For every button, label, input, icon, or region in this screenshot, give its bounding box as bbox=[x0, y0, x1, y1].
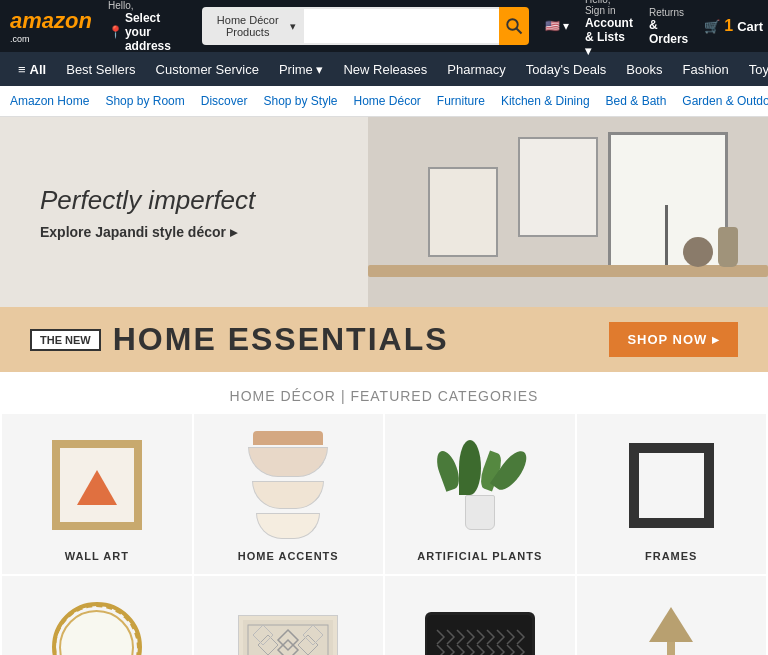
category-frames[interactable]: FRAMES bbox=[577, 414, 767, 574]
cart-count: 1 bbox=[724, 17, 733, 35]
accent-bowl-2 bbox=[252, 481, 324, 509]
flag-section[interactable]: 🇺🇸 ▾ bbox=[545, 19, 569, 33]
logo[interactable]: amazon.com bbox=[10, 8, 92, 44]
returns-main: & Orders bbox=[649, 18, 688, 46]
hero-frame-small-2 bbox=[428, 167, 498, 257]
accent-bowl-1 bbox=[248, 447, 328, 477]
hero-frame-small-1 bbox=[518, 137, 598, 237]
account-section[interactable]: Hello, Sign in Account & Lists ▾ bbox=[585, 0, 633, 58]
location-hello: Hello, bbox=[108, 0, 188, 11]
featured-title: HOME DÉCOR bbox=[230, 388, 336, 404]
category-artificial-plants[interactable]: ARTIFICIAL PLANTS bbox=[385, 414, 575, 574]
category-label-wall-art: WALL ART bbox=[65, 550, 129, 562]
top-nav: amazon.com Hello, 📍 Select your address … bbox=[0, 0, 768, 52]
logo-domain: .com bbox=[10, 34, 92, 44]
returns-section[interactable]: Returns & Orders bbox=[649, 7, 688, 46]
flag-icon: 🇺🇸 bbox=[545, 19, 560, 33]
accents-stack bbox=[248, 431, 328, 539]
mirror-ring bbox=[54, 605, 139, 656]
category-label-plants: ARTIFICIAL PLANTS bbox=[417, 550, 542, 562]
pillows-image bbox=[420, 592, 540, 655]
shop-now-button[interactable]: SHOP NOW ▸ bbox=[609, 322, 738, 357]
breadcrumb-discover[interactable]: Discover bbox=[193, 92, 256, 110]
search-button[interactable] bbox=[499, 7, 529, 45]
category-rugs[interactable]: RUGS bbox=[194, 576, 384, 655]
wall-art-frame bbox=[52, 440, 142, 530]
hero-subtitle[interactable]: Explore Japandi style décor ▸ bbox=[40, 224, 328, 240]
breadcrumb-furniture[interactable]: Furniture bbox=[429, 92, 493, 110]
wall-art-inner bbox=[72, 460, 122, 510]
rugs-image bbox=[228, 592, 348, 655]
plant-leaves bbox=[439, 440, 521, 495]
nav-new-releases[interactable]: New Releases bbox=[335, 56, 435, 83]
banner-title: HOME ESSENTIALS bbox=[113, 321, 449, 358]
search-input[interactable] bbox=[304, 7, 499, 45]
rug-pattern-svg bbox=[243, 620, 333, 656]
search-bar: Home Décor Products ▾ bbox=[202, 7, 529, 45]
cart-label: Cart bbox=[737, 19, 763, 34]
frames-display bbox=[629, 443, 714, 528]
svg-point-0 bbox=[507, 19, 518, 30]
breadcrumb-kitchen[interactable]: Kitchen & Dining bbox=[493, 92, 598, 110]
hero-left: Perfectly imperfect Explore Japandi styl… bbox=[0, 155, 368, 270]
home-accents-image bbox=[228, 430, 348, 540]
location-address: 📍 Select your address bbox=[108, 11, 188, 53]
hero-plant-stem bbox=[665, 205, 668, 265]
nav-books[interactable]: Books bbox=[618, 56, 670, 83]
search-category-dropdown[interactable]: Home Décor Products ▾ bbox=[202, 7, 304, 45]
accent-lid bbox=[253, 431, 323, 445]
secondary-nav: ≡ All Best Sellers Customer Service Prim… bbox=[0, 52, 768, 86]
breadcrumb-bed-bath[interactable]: Bed & Bath bbox=[598, 92, 675, 110]
nav-best-sellers[interactable]: Best Sellers bbox=[58, 56, 143, 83]
triangle-shape bbox=[77, 470, 117, 505]
category-home-accents[interactable]: HOME ACCENTS bbox=[194, 414, 384, 574]
banner-new-label: THE NEW bbox=[30, 329, 101, 351]
account-main: Account & Lists ▾ bbox=[585, 16, 633, 58]
hero-section: Perfectly imperfect Explore Japandi styl… bbox=[0, 117, 768, 307]
lighting-image bbox=[611, 592, 731, 655]
nav-todays-deals[interactable]: Today's Deals bbox=[518, 56, 615, 83]
cart-section[interactable]: 🛒 1 Cart bbox=[704, 17, 763, 35]
lamp-display bbox=[649, 607, 693, 656]
breadcrumb-home-decor[interactable]: Home Décor bbox=[346, 92, 429, 110]
hero-vase-1 bbox=[718, 227, 738, 267]
rug-display bbox=[238, 615, 338, 656]
pillow-pattern-svg bbox=[427, 615, 532, 656]
nav-fashion[interactable]: Fashion bbox=[675, 56, 737, 83]
category-grid: WALL ART HOME ACCENTS bbox=[0, 414, 768, 655]
pillow-display bbox=[425, 612, 535, 655]
category-label-home-accents: HOME ACCENTS bbox=[238, 550, 339, 562]
nav-toys[interactable]: Toys & Games bbox=[741, 56, 768, 83]
category-label-frames: FRAMES bbox=[645, 550, 697, 562]
category-lighting[interactable]: LIGHTING bbox=[577, 576, 767, 655]
location[interactable]: Hello, 📍 Select your address bbox=[108, 0, 188, 53]
breadcrumb-shop-by-style[interactable]: Shop by Style bbox=[255, 92, 345, 110]
leaf-2 bbox=[459, 440, 481, 495]
hamburger-icon: ≡ bbox=[18, 62, 26, 77]
plant-pot bbox=[465, 495, 495, 530]
all-menu-button[interactable]: ≡ All bbox=[10, 56, 54, 83]
plant-container bbox=[439, 440, 521, 530]
hero-link[interactable]: Explore Japandi style décor ▸ bbox=[40, 224, 237, 240]
wall-art-image bbox=[37, 430, 157, 540]
search-icon bbox=[505, 17, 523, 35]
breadcrumb-amazon-home[interactable]: Amazon Home bbox=[10, 92, 97, 110]
lamp-body bbox=[667, 642, 675, 656]
featured-subtitle: | FEATURED CATEGORIES bbox=[341, 388, 539, 404]
lamp-shade bbox=[649, 607, 693, 642]
breadcrumb-garden[interactable]: Garden & Outdoor bbox=[674, 92, 768, 110]
hero-image bbox=[368, 117, 768, 307]
banner-left: THE NEW HOME ESSENTIALS bbox=[30, 321, 449, 358]
category-mirrors[interactable]: MIRRORS bbox=[2, 576, 192, 655]
breadcrumb-nav: Amazon Home Shop by Room Discover Shop b… bbox=[0, 86, 768, 117]
nav-prime[interactable]: Prime ▾ bbox=[271, 56, 332, 83]
category-wall-art[interactable]: WALL ART bbox=[2, 414, 192, 574]
svg-line-1 bbox=[516, 28, 521, 33]
essentials-banner: THE NEW HOME ESSENTIALS SHOP NOW ▸ bbox=[0, 307, 768, 372]
hero-vase-2 bbox=[683, 237, 713, 267]
account-hello: Hello, Sign in bbox=[585, 0, 633, 16]
breadcrumb-shop-by-room[interactable]: Shop by Room bbox=[97, 92, 192, 110]
category-decorative-pillows[interactable]: DECORATIVE PILLOWS bbox=[385, 576, 575, 655]
nav-customer-service[interactable]: Customer Service bbox=[148, 56, 267, 83]
nav-pharmacy[interactable]: Pharmacy bbox=[439, 56, 514, 83]
